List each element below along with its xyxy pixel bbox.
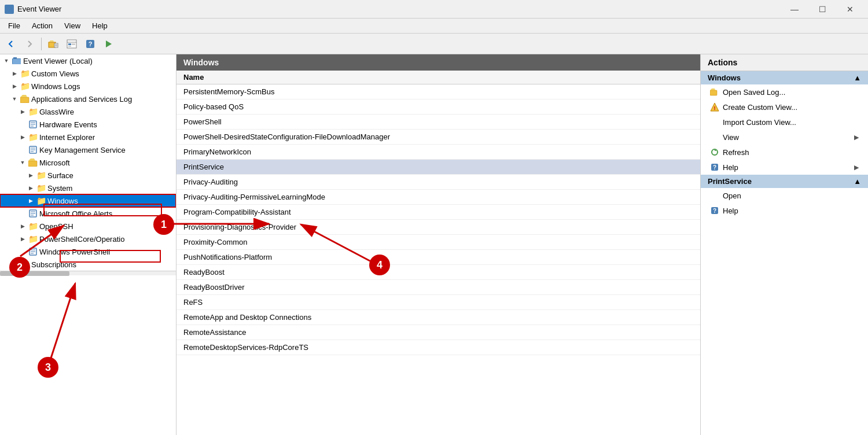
tree-hardware-events[interactable]: ▶ Hardware Events (0, 118, 176, 131)
root-expand[interactable]: ▼ (2, 57, 10, 65)
table-row[interactable]: Provisioning-Diagnostics-Provider (176, 220, 700, 235)
tree-subscriptions[interactable]: ▶ 📁 Subscriptions (0, 258, 176, 271)
svg-text:?: ? (713, 164, 716, 171)
table-row[interactable]: PushNotifications-Platform (176, 250, 700, 265)
close-button[interactable]: ✕ (837, 1, 863, 18)
tree-root[interactable]: ▼ Event Viewer (Local) (0, 54, 176, 67)
run-button[interactable] (100, 36, 117, 52)
tree-key-mgmt[interactable]: ▶ Key Management Service (0, 143, 176, 156)
tree-windows[interactable]: ▶ 📁 Windows (0, 194, 176, 207)
table-row[interactable]: ReFS (176, 295, 700, 310)
openssh-expand[interactable]: ▶ (19, 222, 27, 230)
tree-windows-logs[interactable]: ▶ 📁 Windows Logs (0, 80, 176, 93)
back-button[interactable] (2, 36, 20, 52)
import-custom-view-label: Import Custom View... (723, 118, 796, 127)
table-row[interactable]: Proximity-Common (176, 235, 700, 250)
center-table[interactable]: Name PersistentMemory-ScmBus Policy-base… (176, 71, 700, 435)
winps-label: Windows PowerShell (39, 248, 110, 256)
windows-logs-expand[interactable]: ▶ (10, 82, 19, 90)
table-row[interactable]: Policy-based QoS (176, 99, 700, 115)
action-import-custom-view[interactable]: Import Custom View... (701, 115, 868, 130)
tree-scrollbar-thumb[interactable] (0, 271, 69, 276)
svg-text:?: ? (713, 208, 716, 214)
table-header: Name (176, 71, 700, 84)
svg-rect-10 (68, 43, 71, 45)
tree-glasswire[interactable]: ▶ 📁 GlassWire (0, 105, 176, 118)
system-expand[interactable]: ▶ (27, 184, 35, 192)
app-services-expand[interactable]: ▼ (10, 95, 19, 103)
surface-expand[interactable]: ▶ (27, 171, 35, 179)
pscore-expand[interactable]: ▶ (19, 235, 27, 243)
minimize-button[interactable]: — (781, 1, 808, 18)
tree-system[interactable]: ▶ 📁 System (0, 182, 176, 194)
svg-rect-12 (72, 43, 75, 45)
table-row[interactable]: Privacy-Auditing (176, 175, 700, 190)
subs-icon: 📁 (20, 260, 30, 269)
tree-surface[interactable]: ▶ 📁 Surface (0, 169, 176, 182)
table-row[interactable]: PersistentMemory-ScmBus (176, 84, 700, 99)
action-open-saved-log[interactable]: Open Saved Log... (701, 84, 868, 99)
action-open[interactable]: Open (701, 188, 868, 203)
open-saved-log-icon (710, 87, 719, 97)
menu-help[interactable]: Help (86, 19, 113, 33)
action-create-custom-view[interactable]: ! Create Custom View... (701, 99, 868, 115)
table-row[interactable]: PowerShell (176, 115, 700, 130)
table-row[interactable]: Program-Compatibility-Assistant (176, 205, 700, 220)
actions-section-windows[interactable]: Windows ▲ (701, 71, 868, 84)
maximize-button[interactable]: ☐ (809, 1, 836, 18)
glasswire-expand[interactable]: ▶ (19, 108, 27, 116)
table-row[interactable]: ReadyBoost (176, 265, 700, 280)
action-help-windows[interactable]: ? Help ▶ (701, 160, 868, 175)
tree-app-services[interactable]: ▼ Applications and Services Log (0, 93, 176, 105)
row-name: RemoteAssistance (183, 328, 693, 337)
table-row[interactable]: ReadyBoostDriver (176, 280, 700, 295)
table-row[interactable]: RemoteAssistance (176, 325, 700, 340)
row-name: Privacy-Auditing (183, 178, 693, 186)
tree-custom-views[interactable]: ▶ 📁 Custom Views (0, 67, 176, 80)
custom-views-icon: 📁 (20, 69, 30, 78)
forward-button[interactable] (21, 36, 38, 52)
table-row[interactable]: PrimaryNetworkIcon (176, 145, 700, 160)
keymgmt-label: Key Management Service (39, 146, 126, 154)
table-row[interactable]: RemoteDesktopServices-RdpCoreTS (176, 340, 700, 355)
action-view[interactable]: View ▶ (701, 130, 868, 145)
action-help-printservice[interactable]: ? Help (701, 203, 868, 218)
table-row-printservice[interactable]: PrintService (176, 160, 700, 175)
menu-view[interactable]: View (58, 19, 86, 33)
table-row[interactable]: RemoteApp and Desktop Connections (176, 310, 700, 325)
open-log-button[interactable] (45, 36, 62, 52)
menu-action[interactable]: Action (26, 19, 58, 33)
main-area: ▼ Event Viewer (Local) ▶ 📁 Custom Views … (0, 54, 868, 435)
microsoft-icon (28, 158, 38, 167)
tree-scrollbar[interactable] (0, 271, 176, 275)
open-saved-log-label: Open Saved Log... (723, 88, 785, 97)
row-name: ReFS (183, 298, 693, 307)
tree-pscore[interactable]: ▶ 📁 PowerShellCore/Operatio (0, 233, 176, 245)
root-label: Event Viewer (Local) (23, 57, 93, 65)
help-button[interactable]: ? (82, 36, 99, 52)
tree-internet-explorer[interactable]: ▶ 📁 Internet Explorer (0, 131, 176, 143)
section-printservice-collapse: ▲ (854, 177, 861, 186)
tree-microsoft[interactable]: ▼ Microsoft (0, 156, 176, 169)
window-controls: — ☐ ✕ (781, 1, 863, 18)
svg-rect-17 (13, 57, 17, 59)
microsoft-expand[interactable]: ▼ (19, 158, 27, 167)
section-windows-collapse: ▲ (854, 73, 861, 82)
tree-ms-office[interactable]: ▶ Microsoft Office Alerts (0, 207, 176, 220)
menu-file[interactable]: File (2, 19, 26, 33)
table-row[interactable]: Privacy-Auditing-PermissiveLearningMode (176, 190, 700, 205)
view-arrow: ▶ (854, 134, 859, 141)
actions-section-printservice[interactable]: PrintService ▲ (701, 175, 868, 188)
action-refresh[interactable]: Refresh (701, 145, 868, 160)
view-button[interactable] (63, 36, 80, 52)
table-row[interactable]: PowerShell-DesiredStateConfiguration-Fil… (176, 130, 700, 145)
ie-expand[interactable]: ▶ (19, 133, 27, 141)
windows-expand[interactable]: ▶ (27, 197, 35, 205)
tree-winps[interactable]: ▶ Windows PowerShell (0, 245, 176, 258)
msoffice-icon (28, 209, 38, 218)
custom-views-expand[interactable]: ▶ (10, 69, 19, 78)
tree-openssh[interactable]: ▶ 📁 OpenSSH (0, 220, 176, 233)
glasswire-icon: 📁 (28, 107, 38, 116)
system-label: System (47, 184, 72, 193)
view-label: View (723, 133, 739, 142)
